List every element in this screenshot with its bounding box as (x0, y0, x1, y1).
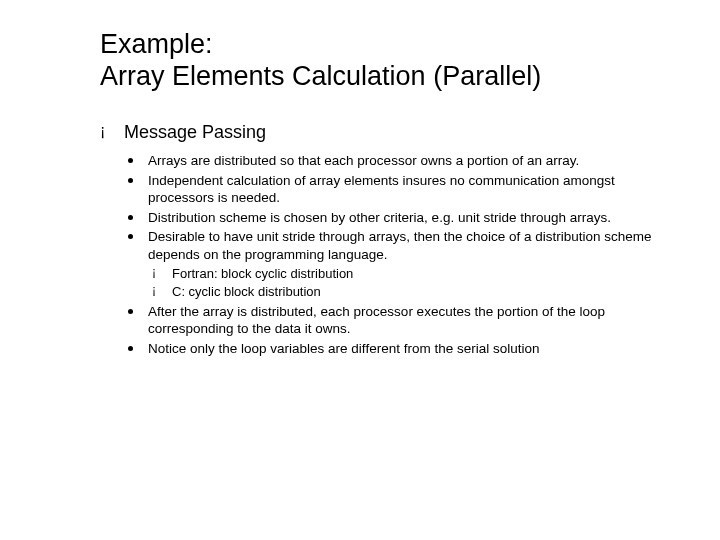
bullet-list-level3: Fortran: block cyclic distribution C: cy… (148, 265, 664, 300)
bullet-list-level1: Message Passing Arrays are distributed s… (100, 121, 664, 357)
list-item: C: cyclic block distribution (148, 283, 664, 301)
bullet-text: Desirable to have unit stride through ar… (148, 228, 664, 263)
bullet-item-message-passing: Message Passing Arrays are distributed s… (100, 121, 664, 357)
bullet-text: Arrays are distributed so that each proc… (148, 152, 664, 170)
list-item: Desirable to have unit stride through ar… (124, 228, 664, 300)
slide: Example: Array Elements Calculation (Par… (0, 0, 720, 540)
list-item: Distribution scheme is chosen by other c… (124, 209, 664, 227)
list-item: After the array is distributed, each pro… (124, 303, 664, 338)
bullet-text: Notice only the loop variables are diffe… (148, 340, 664, 358)
bullet-text: C: cyclic block distribution (172, 283, 664, 301)
bullet-text: Independent calculation of array element… (148, 172, 664, 207)
list-item: Independent calculation of array element… (124, 172, 664, 207)
bullet-list-level2: Arrays are distributed so that each proc… (124, 152, 664, 357)
bullet-text: After the array is distributed, each pro… (148, 303, 664, 338)
bullet-text: Distribution scheme is chosen by other c… (148, 209, 664, 227)
list-item: Fortran: block cyclic distribution (148, 265, 664, 283)
slide-title: Example: Array Elements Calculation (Par… (100, 28, 664, 93)
bullet-label: Message Passing (124, 121, 664, 144)
bullet-text: Fortran: block cyclic distribution (172, 265, 664, 283)
list-item: Arrays are distributed so that each proc… (124, 152, 664, 170)
list-item: Notice only the loop variables are diffe… (124, 340, 664, 358)
